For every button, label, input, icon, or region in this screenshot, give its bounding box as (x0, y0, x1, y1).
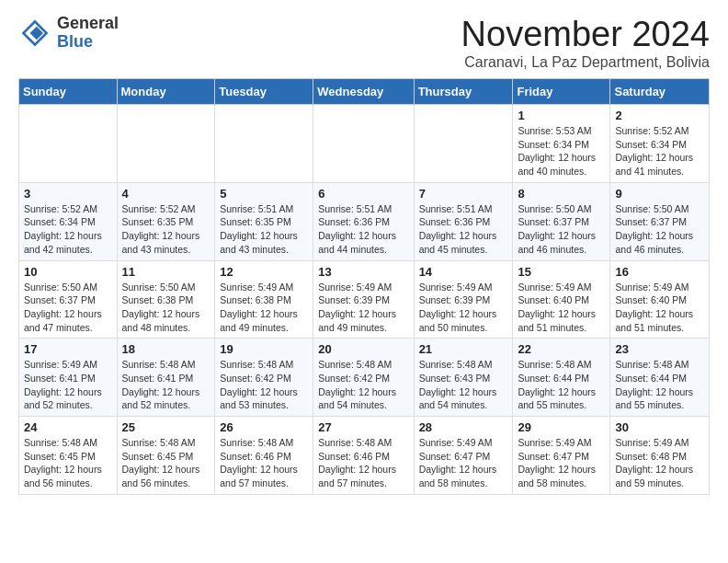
calendar-cell: 22Sunrise: 5:48 AM Sunset: 6:44 PM Dayli… (513, 339, 610, 417)
calendar-cell: 25Sunrise: 5:48 AM Sunset: 6:45 PM Dayli… (117, 417, 215, 495)
calendar-cell: 6Sunrise: 5:51 AM Sunset: 6:36 PM Daylig… (313, 182, 414, 260)
day-number: 19 (220, 342, 308, 356)
calendar-cell: 1Sunrise: 5:53 AM Sunset: 6:34 PM Daylig… (513, 105, 610, 183)
day-info: Sunrise: 5:48 AM Sunset: 6:44 PM Dayligh… (615, 358, 704, 412)
calendar-cell: 7Sunrise: 5:51 AM Sunset: 6:36 PM Daylig… (414, 182, 513, 260)
calendar-week-4: 17Sunrise: 5:49 AM Sunset: 6:41 PM Dayli… (19, 339, 710, 417)
day-number: 17 (24, 342, 112, 356)
day-info: Sunrise: 5:48 AM Sunset: 6:44 PM Dayligh… (518, 358, 605, 412)
day-info: Sunrise: 5:52 AM Sunset: 6:34 PM Dayligh… (615, 124, 704, 178)
day-info: Sunrise: 5:50 AM Sunset: 6:37 PM Dayligh… (615, 202, 704, 257)
calendar-cell: 12Sunrise: 5:49 AM Sunset: 6:38 PM Dayli… (215, 260, 313, 339)
day-number: 15 (518, 265, 605, 279)
day-number: 12 (220, 265, 308, 279)
day-info: Sunrise: 5:48 AM Sunset: 6:46 PM Dayligh… (318, 436, 408, 490)
calendar-cell: 8Sunrise: 5:50 AM Sunset: 6:37 PM Daylig… (513, 182, 610, 260)
calendar-cell: 27Sunrise: 5:48 AM Sunset: 6:46 PM Dayli… (313, 417, 414, 495)
day-info: Sunrise: 5:49 AM Sunset: 6:38 PM Dayligh… (220, 281, 308, 335)
logo-icon (18, 17, 51, 50)
calendar-cell: 29Sunrise: 5:49 AM Sunset: 6:47 PM Dayli… (513, 417, 610, 495)
day-info: Sunrise: 5:53 AM Sunset: 6:34 PM Dayligh… (518, 124, 605, 178)
weekday-header-thursday: Thursday (414, 79, 513, 105)
day-info: Sunrise: 5:49 AM Sunset: 6:41 PM Dayligh… (24, 358, 112, 412)
calendar-cell: 17Sunrise: 5:49 AM Sunset: 6:41 PM Dayli… (19, 339, 118, 417)
calendar-cell: 2Sunrise: 5:52 AM Sunset: 6:34 PM Daylig… (610, 105, 710, 183)
day-info: Sunrise: 5:49 AM Sunset: 6:40 PM Dayligh… (518, 281, 605, 335)
day-number: 4 (122, 187, 210, 201)
day-info: Sunrise: 5:50 AM Sunset: 6:37 PM Dayligh… (518, 202, 605, 257)
day-info: Sunrise: 5:49 AM Sunset: 6:48 PM Dayligh… (615, 436, 704, 490)
day-info: Sunrise: 5:49 AM Sunset: 6:39 PM Dayligh… (419, 281, 508, 335)
day-info: Sunrise: 5:50 AM Sunset: 6:37 PM Dayligh… (24, 281, 112, 335)
weekday-header-saturday: Saturday (610, 79, 710, 105)
day-number: 29 (518, 420, 605, 434)
day-number: 7 (419, 187, 508, 201)
calendar-cell: 4Sunrise: 5:52 AM Sunset: 6:35 PM Daylig… (117, 182, 215, 260)
calendar-cell: 20Sunrise: 5:48 AM Sunset: 6:42 PM Dayli… (313, 339, 414, 417)
day-number: 10 (24, 265, 112, 279)
title-area: November 2024 Caranavi, La Paz Departmen… (461, 15, 710, 71)
day-info: Sunrise: 5:48 AM Sunset: 6:45 PM Dayligh… (122, 436, 210, 490)
day-number: 20 (318, 342, 408, 356)
calendar-cell: 15Sunrise: 5:49 AM Sunset: 6:40 PM Dayli… (513, 260, 610, 339)
day-info: Sunrise: 5:51 AM Sunset: 6:36 PM Dayligh… (318, 202, 408, 257)
day-info: Sunrise: 5:48 AM Sunset: 6:43 PM Dayligh… (419, 358, 508, 412)
calendar-week-2: 3Sunrise: 5:52 AM Sunset: 6:34 PM Daylig… (19, 182, 710, 260)
calendar-cell (313, 105, 414, 183)
day-number: 9 (615, 187, 704, 201)
day-info: Sunrise: 5:48 AM Sunset: 6:42 PM Dayligh… (220, 358, 308, 412)
calendar-cell: 13Sunrise: 5:49 AM Sunset: 6:39 PM Dayli… (313, 260, 414, 339)
calendar-cell: 14Sunrise: 5:49 AM Sunset: 6:39 PM Dayli… (414, 260, 513, 339)
day-info: Sunrise: 5:49 AM Sunset: 6:40 PM Dayligh… (615, 281, 704, 335)
calendar-cell: 5Sunrise: 5:51 AM Sunset: 6:35 PM Daylig… (215, 182, 313, 260)
day-number: 5 (220, 187, 308, 201)
calendar-cell: 18Sunrise: 5:48 AM Sunset: 6:41 PM Dayli… (117, 339, 215, 417)
day-number: 28 (419, 420, 508, 434)
calendar-cell: 9Sunrise: 5:50 AM Sunset: 6:37 PM Daylig… (610, 182, 710, 260)
month-title: November 2024 (461, 15, 710, 54)
calendar-cell (117, 105, 215, 183)
day-number: 26 (220, 420, 308, 434)
calendar-week-5: 24Sunrise: 5:48 AM Sunset: 6:45 PM Dayli… (19, 417, 710, 495)
calendar-week-1: 1Sunrise: 5:53 AM Sunset: 6:34 PM Daylig… (19, 105, 710, 183)
calendar-cell: 11Sunrise: 5:50 AM Sunset: 6:38 PM Dayli… (117, 260, 215, 339)
day-info: Sunrise: 5:51 AM Sunset: 6:35 PM Dayligh… (220, 202, 308, 257)
calendar-cell: 28Sunrise: 5:49 AM Sunset: 6:47 PM Dayli… (414, 417, 513, 495)
calendar-cell: 10Sunrise: 5:50 AM Sunset: 6:37 PM Dayli… (19, 260, 118, 339)
day-info: Sunrise: 5:48 AM Sunset: 6:46 PM Dayligh… (220, 436, 308, 490)
calendar-week-3: 10Sunrise: 5:50 AM Sunset: 6:37 PM Dayli… (19, 260, 710, 339)
weekday-header-sunday: Sunday (19, 79, 118, 105)
day-number: 1 (518, 109, 605, 122)
logo-general-text: General (57, 15, 119, 33)
calendar-cell (215, 105, 313, 183)
calendar-cell: 3Sunrise: 5:52 AM Sunset: 6:34 PM Daylig… (19, 182, 118, 260)
day-number: 18 (122, 342, 210, 356)
day-info: Sunrise: 5:48 AM Sunset: 6:42 PM Dayligh… (318, 358, 408, 412)
day-number: 24 (24, 420, 112, 434)
calendar-header-row: SundayMondayTuesdayWednesdayThursdayFrid… (19, 79, 710, 105)
calendar-cell (19, 105, 118, 183)
day-number: 21 (419, 342, 508, 356)
weekday-header-monday: Monday (117, 79, 215, 105)
day-number: 27 (318, 420, 408, 434)
logo-blue-text: Blue (57, 33, 119, 52)
page-header: General Blue November 2024 Caranavi, La … (18, 15, 710, 71)
day-number: 23 (615, 342, 704, 356)
calendar-cell: 26Sunrise: 5:48 AM Sunset: 6:46 PM Dayli… (215, 417, 313, 495)
day-info: Sunrise: 5:49 AM Sunset: 6:47 PM Dayligh… (419, 436, 508, 490)
day-info: Sunrise: 5:51 AM Sunset: 6:36 PM Dayligh… (419, 202, 508, 257)
day-info: Sunrise: 5:52 AM Sunset: 6:35 PM Dayligh… (122, 202, 210, 257)
calendar-cell: 24Sunrise: 5:48 AM Sunset: 6:45 PM Dayli… (19, 417, 118, 495)
day-number: 14 (419, 265, 508, 279)
day-number: 22 (518, 342, 605, 356)
day-info: Sunrise: 5:49 AM Sunset: 6:47 PM Dayligh… (518, 436, 605, 490)
weekday-header-friday: Friday (513, 79, 610, 105)
calendar-cell: 23Sunrise: 5:48 AM Sunset: 6:44 PM Dayli… (610, 339, 710, 417)
day-info: Sunrise: 5:49 AM Sunset: 6:39 PM Dayligh… (318, 281, 408, 335)
calendar-cell (414, 105, 513, 183)
day-info: Sunrise: 5:50 AM Sunset: 6:38 PM Dayligh… (122, 281, 210, 335)
day-info: Sunrise: 5:48 AM Sunset: 6:45 PM Dayligh… (24, 436, 112, 490)
calendar-table: SundayMondayTuesdayWednesdayThursdayFrid… (18, 78, 710, 495)
day-number: 30 (615, 420, 704, 434)
day-number: 2 (615, 109, 704, 122)
